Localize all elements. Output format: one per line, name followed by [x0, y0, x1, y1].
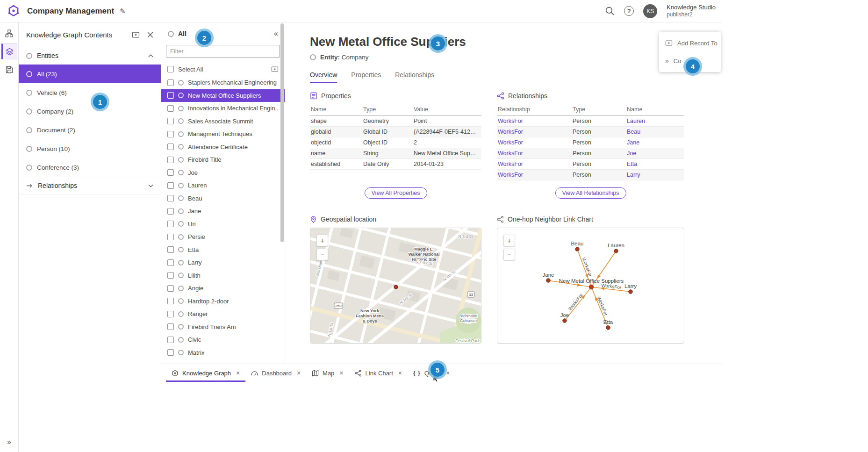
record-item[interactable]: Beau	[161, 192, 285, 205]
entity-type-item[interactable]: Document (2)	[19, 121, 161, 139]
table-link-cell[interactable]: WorksFor	[497, 159, 572, 170]
neighbor-node[interactable]	[563, 319, 567, 323]
record-item[interactable]: New Metal Office Suppliers	[161, 89, 285, 102]
record-checkbox[interactable]	[167, 349, 174, 356]
table-link-cell[interactable]: WorksFor	[497, 127, 572, 137]
relationships-section-header[interactable]: Relationships	[19, 177, 161, 194]
menu-item-add-record-to[interactable]: Add Record To	[659, 34, 721, 52]
record-item[interactable]: Uri	[161, 218, 285, 231]
close-tab-icon[interactable]: ×	[297, 369, 301, 377]
tab-relationships[interactable]: Relationships	[395, 71, 434, 83]
view-tab-dashboard[interactable]: Dashboard×	[245, 364, 306, 382]
record-checkbox[interactable]	[167, 234, 174, 240]
neighbor-node[interactable]	[629, 290, 632, 294]
center-node[interactable]	[589, 285, 594, 289]
neighbor-node[interactable]	[606, 326, 610, 330]
record-checkbox[interactable]	[167, 311, 174, 317]
add-record-icon[interactable]	[271, 65, 279, 73]
record-checkbox[interactable]	[167, 272, 174, 279]
select-all-row[interactable]: Select All	[161, 62, 285, 76]
record-checkbox[interactable]	[167, 208, 174, 215]
close-tab-icon[interactable]: ×	[398, 369, 402, 377]
record-item[interactable]: Sales Associate Summit	[161, 115, 285, 128]
zoom-in-button[interactable]: +	[316, 235, 328, 246]
record-item[interactable]: Angie	[161, 282, 285, 295]
record-checkbox[interactable]	[167, 285, 174, 292]
help-icon[interactable]: ?	[624, 6, 634, 16]
record-item[interactable]: Ranger	[161, 308, 285, 321]
view-all-properties-button[interactable]: View All Properties	[365, 187, 427, 199]
view-tab-link-chart[interactable]: Link Chart×	[349, 364, 408, 382]
link-chart-svg[interactable]: WorksForWorksForWorksForWorksForBeauLaur…	[497, 228, 684, 344]
record-checkbox[interactable]	[167, 182, 174, 189]
expand-rail-icon[interactable]: »	[0, 438, 19, 446]
record-checkbox[interactable]	[167, 118, 174, 124]
record-checkbox[interactable]	[167, 92, 174, 99]
record-checkbox[interactable]	[167, 131, 174, 137]
close-panel-icon[interactable]	[147, 32, 153, 38]
record-checkbox[interactable]	[167, 157, 174, 163]
record-item[interactable]: Staplers Mechanical Engineering	[161, 76, 285, 89]
close-tab-icon[interactable]: ×	[446, 369, 450, 377]
entity-type-item[interactable]: Conference (3)	[19, 158, 161, 177]
zoom-out-button[interactable]: −	[503, 249, 515, 260]
table-link-cell[interactable]: WorksFor	[497, 170, 572, 180]
table-link-cell[interactable]: WorksFor	[497, 148, 572, 159]
record-checkbox[interactable]	[167, 298, 174, 304]
table-link-cell[interactable]: Etta	[626, 159, 684, 170]
record-checkbox[interactable]	[167, 143, 174, 150]
table-link-cell[interactable]: Joe	[626, 148, 684, 159]
record-checkbox[interactable]	[167, 105, 174, 112]
table-link-cell[interactable]: WorksFor	[497, 137, 572, 148]
entities-section-header[interactable]: Entities	[19, 47, 161, 65]
search-icon[interactable]	[605, 6, 615, 16]
record-item[interactable]: Larry	[161, 256, 285, 269]
view-tab-map[interactable]: Map×	[306, 364, 349, 382]
entity-type-item[interactable]: Company (2)	[19, 102, 161, 121]
add-record-icon[interactable]	[132, 31, 140, 39]
map-canvas[interactable]: Maggie L. Walker National Historic Site …	[310, 228, 481, 344]
entity-type-item[interactable]: Person (10)	[19, 139, 161, 158]
record-checkbox[interactable]	[167, 221, 174, 227]
zoom-in-button[interactable]: +	[503, 235, 515, 246]
record-item[interactable]: Persie	[161, 230, 285, 244]
select-all-checkbox[interactable]	[167, 66, 174, 72]
record-item[interactable]: Managment Techniques	[161, 128, 285, 141]
avatar[interactable]: KS	[643, 4, 657, 18]
record-item[interactable]: Civic	[161, 333, 285, 346]
view-all-relationships-button[interactable]: View All Relationships	[555, 187, 626, 199]
table-link-cell[interactable]: WorksFor	[497, 116, 572, 127]
filter-input[interactable]	[166, 45, 280, 57]
record-checkbox[interactable]	[167, 169, 174, 176]
record-checkbox[interactable]	[167, 79, 174, 86]
record-item[interactable]: Attendance Certificate	[161, 141, 285, 154]
entity-type-item[interactable]: Vehicle (6)	[19, 83, 161, 102]
map-marker[interactable]	[394, 285, 398, 289]
table-link-cell[interactable]: Beau	[626, 127, 684, 137]
record-checkbox[interactable]	[167, 259, 174, 266]
record-item[interactable]: Firebird Title	[161, 153, 285, 166]
record-item[interactable]: Hardtop 2-door	[161, 295, 285, 308]
scrollbar-thumb[interactable]	[280, 23, 284, 242]
neighbor-node[interactable]	[575, 247, 579, 251]
close-tab-icon[interactable]: ×	[236, 369, 240, 377]
layers-icon[interactable]	[1, 43, 17, 59]
collapse-panel-icon[interactable]: «	[274, 29, 278, 38]
record-item[interactable]: Etta	[161, 244, 285, 257]
view-tab-knowledge-graph[interactable]: Knowledge Graph×	[166, 364, 245, 382]
record-item[interactable]: Matrix	[161, 346, 285, 359]
table-link-cell[interactable]: Jane	[626, 137, 684, 148]
record-item[interactable]: Lilith	[161, 269, 285, 282]
table-link-cell[interactable]: Lauren	[626, 116, 684, 127]
table-link-cell[interactable]: Larry	[626, 170, 684, 180]
record-item[interactable]: Lauren	[161, 179, 285, 192]
record-item[interactable]: Jane	[161, 205, 285, 218]
hierarchy-icon[interactable]	[1, 25, 17, 41]
save-icon[interactable]	[1, 62, 17, 78]
record-item[interactable]: Firebird Trans Am	[161, 321, 285, 334]
tab-overview[interactable]: Overview	[310, 71, 337, 83]
tab-properties[interactable]: Properties	[351, 71, 381, 83]
zoom-out-button[interactable]: −	[316, 249, 328, 260]
record-checkbox[interactable]	[167, 246, 174, 253]
entity-type-item[interactable]: All (23)	[19, 65, 161, 83]
